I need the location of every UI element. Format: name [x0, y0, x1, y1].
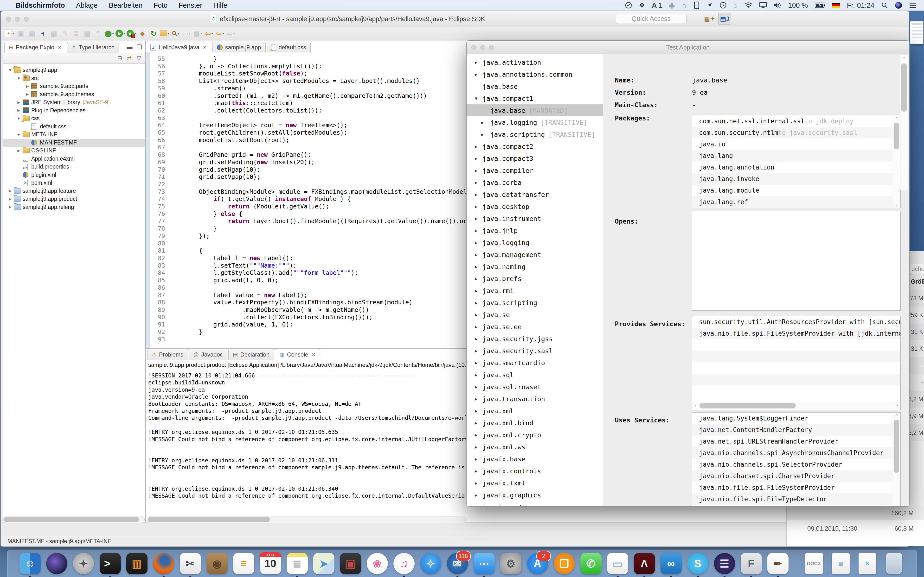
dock-item-photo-booth[interactable]: ▣ — [339, 552, 362, 575]
run-icon[interactable]: ▾ — [115, 29, 125, 38]
module-item-java.security.sasl[interactable]: ▶java.security.sasl — [467, 345, 603, 357]
expand-arrow-icon[interactable]: ▶ — [475, 192, 477, 197]
check-circle-icon[interactable] — [622, 0, 635, 11]
tree-item-MANIFEST.MF[interactable]: MANIFEST.MF — [3, 139, 145, 147]
tree-item-sample.j9.app.releng[interactable]: ▶sample.j9.app.releng — [3, 203, 145, 211]
module-item-java.management[interactable]: ▶java.management — [467, 248, 603, 261]
debug-icon[interactable]: ▾ — [105, 29, 114, 38]
uses-scrollbar[interactable]: ⌃ — [893, 413, 900, 506]
collapse-arrow-icon[interactable]: ▼ — [16, 116, 21, 121]
clean-icon[interactable] — [60, 29, 70, 38]
package-row[interactable]: com.sun.net.ssl.internal.ssl to jdk.depl… — [692, 115, 900, 127]
module-item-java.compact2[interactable]: ▶java.compact2 — [467, 140, 603, 152]
finder-size-row[interactable]: 173 M — [909, 290, 924, 306]
expand-arrow-icon[interactable]: ▶ — [16, 108, 21, 113]
module-item-java.smartcardio[interactable]: ▶java.smartcardio — [467, 357, 603, 369]
package-row[interactable]: java.lang.ref — [692, 196, 900, 208]
expand-arrow-icon[interactable]: ▶ — [475, 312, 477, 318]
uses-row[interactable]: java.net.spi.URLStreamHandlerProvider — [692, 436, 900, 447]
maximize-view-icon[interactable]: ❒ — [137, 44, 142, 50]
close-button[interactable] — [6, 16, 11, 22]
minimize-button[interactable] — [15, 16, 20, 22]
editor-tab-default.css[interactable]: default.css — [267, 42, 311, 53]
expand-arrow-icon[interactable]: ▶ — [475, 144, 477, 149]
tab-type-hierarchy[interactable]: ⋔ Type Hierarch — [67, 42, 119, 53]
expand-arrow-icon[interactable]: ▶ — [8, 197, 13, 201]
artifact-icon[interactable] — [137, 29, 147, 38]
finder-size-row[interactable]: - — [909, 374, 924, 391]
tree-item-build.properties[interactable]: build.properties — [3, 163, 145, 171]
expand-arrow-icon[interactable]: ▶ — [475, 360, 477, 366]
module-item-java.compact3[interactable]: ▶java.compact3 — [467, 152, 603, 164]
tab-package-explorer[interactable]: ⊞ Package Explo ✕ — [4, 42, 66, 53]
dock-item-thunderbird[interactable]: ✉118 — [446, 552, 469, 575]
explorer-h-scrollbar[interactable] — [3, 516, 145, 523]
phone-sync-icon[interactable] — [690, 0, 703, 11]
menu-bildschirmfoto[interactable]: Bildschirmfoto — [10, 0, 71, 11]
quick-access-input[interactable]: Quick Access — [616, 14, 687, 24]
expand-arrow-icon[interactable]: ▶ — [475, 252, 477, 257]
finder-row[interactable]: 09.01.2015, 11:30 60,3 M — [787, 520, 924, 537]
module-item-java.datatransfer[interactable]: ▶java.datatransfer — [467, 189, 603, 200]
expand-arrow-icon[interactable]: ▶ — [475, 480, 477, 486]
dropdown-arrow-icon[interactable]: ▾ — [123, 32, 125, 35]
expand-arrow-icon[interactable]: ▶ — [475, 180, 477, 185]
finder-size-row[interactable]: 6,2 M — [909, 391, 924, 408]
module-tree-scrollbar[interactable]: ⌃ — [900, 55, 908, 190]
dropdown-arrow-icon[interactable]: ▾ — [168, 32, 170, 35]
runext-icon[interactable]: ▾ — [126, 29, 136, 38]
saveall-icon[interactable] — [27, 29, 37, 38]
expand-arrow-icon[interactable]: ▶ — [25, 84, 30, 89]
doc-icon[interactable] — [82, 29, 92, 38]
expand-arrow-icon[interactable]: ▶ — [475, 372, 477, 377]
print-icon[interactable] — [49, 29, 59, 38]
dock-item-photos[interactable]: ❀ — [366, 552, 389, 575]
expand-arrow-icon[interactable]: ▶ — [475, 336, 477, 342]
menu-bearbeiten[interactable]: Bearbeiten — [103, 0, 148, 11]
adobe-icon[interactable]: A1 — [648, 0, 666, 11]
packages-listbox[interactable]: com.sun.net.ssl.internal.ssl to jdk.depl… — [692, 115, 901, 208]
dropdown-arrow-icon[interactable]: ▾ — [233, 32, 235, 35]
opens-listbox[interactable] — [692, 211, 901, 311]
expand-arrow-icon[interactable]: ▶ — [475, 408, 477, 414]
finder-size-row[interactable]: 259 K — [909, 306, 924, 323]
expand-arrow-icon[interactable]: ▶ — [475, 276, 477, 281]
bluetooth-icon[interactable]: ᛒ — [730, 0, 741, 11]
expand-arrow-icon[interactable]: ▶ — [475, 324, 477, 329]
editor-tab-sample.j9.app[interactable]: sample.j9.app — [212, 42, 265, 53]
expand-arrow-icon[interactable]: ▶ — [8, 205, 13, 209]
module-item-java.annotations.common[interactable]: ▶java.annotations.common — [467, 68, 603, 80]
menu-bar-clock[interactable]: Fr. 01:24 — [844, 0, 878, 11]
lastloc-icon[interactable]: ▾ — [204, 29, 214, 38]
expand-arrow-icon[interactable]: ▶ — [475, 264, 477, 269]
close-tab-icon[interactable]: ✕ — [203, 45, 207, 50]
module-item-java.rmi[interactable]: ▶java.rmi — [467, 285, 603, 297]
battery-percentage[interactable]: 100 % — [785, 0, 811, 11]
time-machine-icon[interactable] — [716, 0, 730, 11]
module-item-javafx.base[interactable]: ▶javafx.base — [467, 453, 603, 465]
module-item-java.logging[interactable]: ▶java.logging[TRANSITIVE] — [467, 116, 603, 128]
console-tab-Problems[interactable]: ⚠Problems — [147, 349, 188, 360]
collapse-all-icon[interactable]: ⊟ — [117, 55, 122, 61]
dock-item-itunes[interactable]: ♫ — [393, 552, 415, 575]
expand-arrow-icon[interactable]: ▶ — [25, 92, 30, 97]
expand-arrow-icon[interactable]: ▶ — [16, 148, 21, 153]
expand-arrow-icon[interactable]: ▶ — [475, 168, 477, 173]
expand-arrow-icon[interactable]: ▶ — [475, 504, 477, 506]
dock-item-skype-window-thumb[interactable]: S — [856, 552, 879, 575]
module-item-java.compiler[interactable]: ▶java.compiler — [467, 164, 603, 176]
collapse-arrow-icon[interactable]: ▼ — [8, 68, 13, 72]
module-item-java.scripting[interactable]: ▶java.scripting — [467, 297, 603, 309]
module-item-java.sql[interactable]: ▶java.sql — [467, 369, 603, 381]
uses-row[interactable]: java.nio.file.spi.FileTypeDetector — [692, 493, 900, 505]
module-item-java.corba[interactable]: ▶java.corba — [467, 176, 603, 189]
tree-item-META-INF[interactable]: ▼META-INF — [3, 131, 145, 139]
expand-arrow-icon[interactable]: ▶ — [475, 228, 477, 233]
new-icon[interactable]: ▾ — [5, 29, 15, 38]
tree-item-plugin.xml[interactable]: plugin.xml — [3, 171, 145, 179]
dropdown-arrow-icon[interactable]: ▾ — [134, 32, 136, 35]
dock-item-safari[interactable]: ✧ — [419, 552, 442, 575]
dock-item-system-preferences[interactable]: ⚙ — [499, 552, 522, 575]
menu-hilfe[interactable]: Hilfe — [208, 0, 233, 11]
expand-arrow-icon[interactable]: ▶ — [475, 60, 477, 65]
